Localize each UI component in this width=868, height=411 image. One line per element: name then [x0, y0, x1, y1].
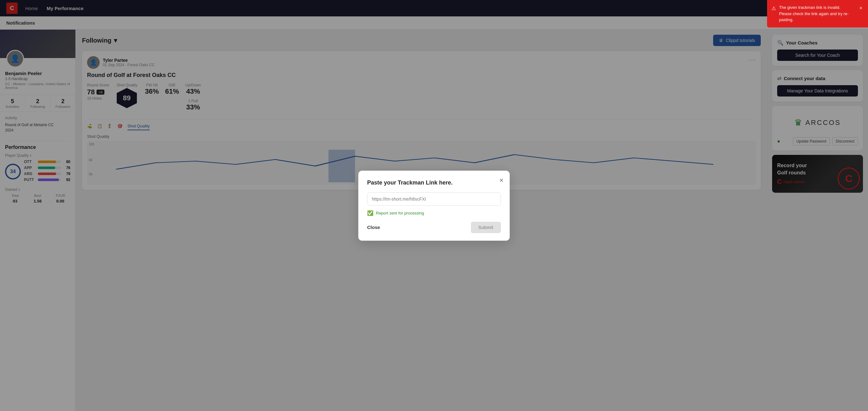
- modal-overlay: Paste your Trackman Link here. × ✅ Repor…: [0, 0, 868, 411]
- success-check-icon: ✅: [367, 210, 373, 216]
- trackman-link-input[interactable]: [367, 192, 501, 205]
- modal-success-message: ✅ Report sent for processing: [367, 210, 501, 216]
- error-banner: ⚠ The given trackman link is invalid. Pl…: [767, 0, 868, 27]
- modal-submit-button[interactable]: Submit: [471, 222, 501, 233]
- modal-close-x-button[interactable]: ×: [499, 176, 503, 185]
- modal-title: Paste your Trackman Link here.: [367, 180, 501, 186]
- warning-icon: ⚠: [772, 5, 776, 12]
- success-text: Report sent for processing: [376, 211, 424, 215]
- error-message: The given trackman link is invalid. Plea…: [779, 4, 854, 23]
- modal-actions: Close Submit: [367, 222, 501, 233]
- trackman-modal: Paste your Trackman Link here. × ✅ Repor…: [358, 171, 510, 241]
- error-close-button[interactable]: ×: [857, 4, 862, 12]
- modal-close-button[interactable]: Close: [367, 222, 380, 232]
